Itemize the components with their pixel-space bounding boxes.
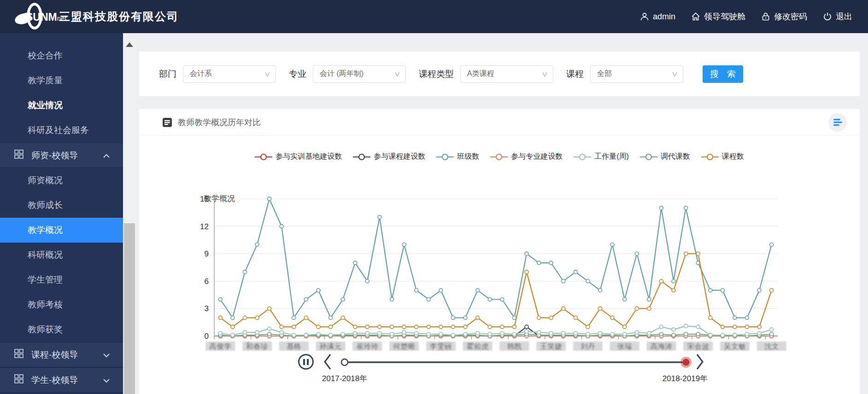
scroll-up-icon[interactable] [126,42,133,47]
search-button[interactable]: 搜 索 [703,65,743,83]
select-课程[interactable]: 全部∨ [590,65,683,83]
sidebar-item-就业情况[interactable]: 就业情况 [0,93,123,118]
toolbox-menu-icon [833,118,843,127]
filter-label-课程类型: 课程类型 [419,68,454,80]
pause-icon [303,359,305,365]
pause-button[interactable] [298,354,314,370]
sidebar-item-学生管理[interactable]: 学生管理 [0,267,123,292]
sidebar-item-课程-校领导[interactable]: 课程-校领导 [0,342,123,367]
svg-text:高俊学: 高俊学 [209,342,231,350]
brand: SUNMnet 三盟科技股份有限公司 [14,4,179,29]
chart-legend: 参与实训基地建设数参与课程建设数班级数参与专业建设数工作量(周)调代课数课程数 [139,152,860,162]
legend-marker [255,153,272,161]
nav-action-退出[interactable]: 退出 [823,11,852,22]
chart-toolbox-button[interactable] [828,113,847,132]
power-icon [823,12,832,21]
svg-text:基格: 基格 [287,342,301,350]
legend-item-班级数[interactable]: 班级数 [436,152,479,162]
timeline-current-point [683,359,690,366]
legend-marker [640,153,657,161]
sidebar-scrollbar[interactable] [123,39,136,394]
svg-text:沈文: 沈文 [764,342,779,350]
select-arrow-icon: ∨ [671,70,679,78]
home-icon [691,12,700,21]
legend-item-调代课数[interactable]: 调代课数 [640,152,690,162]
chart-card-header: 教师教学概况历年对比 [139,109,860,136]
sidebar-item-教师获奖[interactable]: 教师获奖 [0,317,123,342]
main-content: 部门会计系∨专业会计 (两年制)∨课程类型A类课程∨课程全部∨搜 索 教师教学概… [136,33,868,394]
scrollbar-thumb[interactable] [124,223,135,394]
navbar-actions: admin领导驾驶舱修改密码退出 [640,11,852,22]
select-课程类型[interactable]: A类课程∨ [460,65,553,83]
svg-text:张瑞: 张瑞 [617,342,632,350]
chart-card: 教师教学概况历年对比 参与实训基地建设数参与课程建设数班级数参与专业建设数工作量… [139,109,860,394]
company-name: 三盟科技股份有限公司 [59,9,179,24]
chevron-up-icon [103,151,110,161]
legend-item-参与课程建设数[interactable]: 参与课程建设数 [353,152,425,162]
select-arrow-icon: ∨ [264,70,271,78]
grid-icon [14,374,24,386]
chevron-down-icon [103,350,110,360]
legend-marker [701,153,719,161]
svg-text:吴文敏: 吴文敏 [724,342,746,350]
sidebar-item-师资概况[interactable]: 师资概况 [0,168,123,193]
sidebar-item-科研概况[interactable]: 科研概况 [0,243,123,267]
svg-text:刘丹: 刘丹 [581,342,595,350]
svg-text:和春珍: 和春珍 [246,342,268,350]
sidebar-item-教学质量[interactable]: 教学质量 [0,68,123,93]
svg-text:崔玲玲: 崔玲玲 [356,342,378,350]
timeline-end-label[interactable]: 2018-2019年 [648,373,722,384]
filter-label-专业: 专业 [289,68,306,80]
nav-action-修改密码[interactable]: 修改密码 [761,11,807,22]
sidebar-item-科研及社会服务[interactable]: 科研及社会服务 [0,118,123,143]
document-lines-icon [162,117,172,127]
timeline-track[interactable] [337,355,701,370]
filter-panel: 部门会计系∨专业会计 (两年制)∨课程类型A类课程∨课程全部∨搜 索 [139,52,860,96]
nav-action-领导驾驶舱[interactable]: 领导驾驶舱 [691,11,745,22]
legend-item-参与专业建设数[interactable]: 参与专业建设数 [490,152,563,162]
sidebar-item-教师成长[interactable]: 教师成长 [0,193,123,218]
svg-text:霍前虎: 霍前虎 [467,342,489,350]
user-icon [640,12,649,21]
svg-text:王笑婕: 王笑婕 [540,342,562,350]
lock-icon [761,12,770,21]
next-arrow-icon[interactable] [695,353,705,371]
panel-title: 教师教学概况历年对比 [178,117,261,128]
timeline: 2017-2018年 2018-2019年 [139,352,860,391]
sidebar-item-教师考核[interactable]: 教师考核 [0,292,123,317]
svg-text:3: 3 [205,304,209,313]
legend-marker [574,153,591,161]
select-arrow-icon: ∨ [541,70,549,78]
legend-marker [490,153,508,161]
sunmnet-logo: SUNMnet [14,4,53,29]
legend-item-工作量(周)[interactable]: 工作量(周) [574,152,629,162]
sidebar: 校企合作教学质量就业情况科研及社会服务师资-校领导师资概况教师成长教学概况科研概… [0,33,123,394]
sidebar-item-师资-校领导[interactable]: 师资-校领导 [0,143,123,168]
svg-text:12: 12 [200,222,209,231]
line-chart: 教学概况03691215高俊学和春珍基格孙满元崔玲玲何楚晰李雯丽霍前虎韩凯王笑婕… [139,183,860,355]
svg-text:高海涛: 高海涛 [650,342,672,350]
svg-text:何楚晰: 何楚晰 [393,342,415,350]
select-arrow-icon: ∨ [394,70,401,78]
legend-item-参与实训基地建设数[interactable]: 参与实训基地建设数 [255,152,342,162]
filter-row: 部门会计系∨专业会计 (两年制)∨课程类型A类课程∨课程全部∨搜 索 [139,52,860,96]
prev-arrow-icon[interactable] [323,353,333,371]
svg-text:6: 6 [205,277,209,286]
grid-icon [14,348,24,361]
sidebar-item-教学概况[interactable]: 教学概况 [0,218,123,243]
svg-text:李雯丽: 李雯丽 [430,342,452,350]
select-部门[interactable]: 会计系∨ [183,65,276,83]
timeline-start-point [341,359,348,365]
filter-label-课程: 课程 [566,68,584,80]
svg-text:9: 9 [205,249,209,258]
legend-item-课程数[interactable]: 课程数 [701,152,744,162]
legend-marker [436,153,454,161]
sidebar-item-学生-校领导[interactable]: 学生-校领导 [0,367,123,393]
timeline-start-label[interactable]: 2017-2018年 [308,373,381,384]
nav-action-admin[interactable]: admin [640,12,675,22]
select-专业[interactable]: 会计 (两年制)∨ [313,65,406,83]
chevron-down-icon [103,375,110,385]
legend-marker [353,153,370,161]
sidebar-item-校企合作[interactable]: 校企合作 [0,43,123,68]
svg-text:宋会波: 宋会波 [687,342,709,350]
